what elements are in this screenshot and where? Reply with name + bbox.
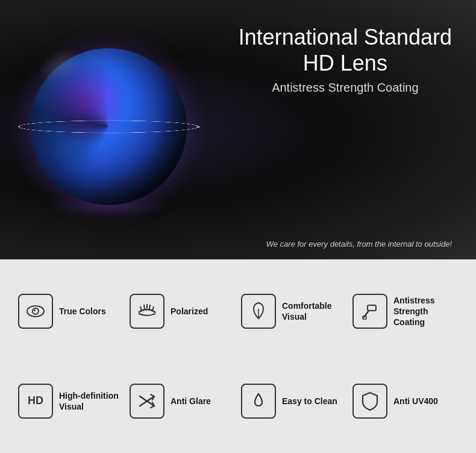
hero-text: International Standard HD Lens Antistres…	[239, 24, 452, 95]
anti-uv400-icon-box	[352, 384, 387, 419]
polarized-icon-box	[130, 294, 164, 329]
features-grid: True Colors Polarized	[18, 271, 458, 441]
tagline: We care for every details, from the inte…	[266, 239, 452, 249]
svg-point-2	[34, 309, 36, 311]
antistress-icon-box	[352, 294, 387, 329]
feature-comfortable: ComfortableVisual	[241, 294, 346, 329]
feature-antistress: AntistressStrengthCoating	[352, 294, 458, 329]
feature-anti-uv400: Anti UV400	[352, 384, 458, 419]
drop-icon	[248, 390, 269, 412]
comfortable-label: ComfortableVisual	[282, 300, 331, 322]
svg-line-4	[144, 305, 145, 309]
anti-glare-icon-box	[130, 384, 164, 419]
feature-polarized: Polarized	[130, 294, 235, 329]
hd-text-icon: HD	[28, 394, 43, 407]
lens-graphic	[12, 18, 205, 235]
antistress-label: AntistressStrengthCoating	[393, 295, 434, 328]
leaf-icon	[248, 300, 269, 322]
feature-true-colors: True Colors	[18, 294, 124, 329]
easy-clean-icon-box	[241, 384, 276, 419]
hero-subtitle: Antistress Strength Coating	[239, 81, 452, 95]
true-colors-label: True Colors	[59, 306, 106, 317]
svg-line-3	[140, 306, 142, 311]
lashes-icon	[136, 300, 158, 322]
true-colors-icon-box	[18, 294, 53, 329]
anti-uv400-label: Anti UV400	[393, 396, 438, 407]
svg-point-1	[33, 308, 39, 314]
hero-title: International Standard HD Lens	[239, 24, 452, 76]
easy-clean-label: Easy to Clean	[282, 396, 337, 407]
hero-section: International Standard HD Lens Antistres…	[0, 0, 476, 259]
svg-rect-9	[368, 305, 376, 311]
feature-easy-clean: Easy to Clean	[241, 384, 346, 419]
shuffle-icon	[136, 390, 158, 412]
hammer-icon	[359, 300, 381, 322]
svg-line-7	[152, 306, 154, 311]
shield-icon	[359, 390, 381, 412]
anti-glare-label: Anti Glare	[171, 396, 211, 407]
hd-label: High-definitionVisual	[59, 390, 119, 412]
feature-hd: HD High-definitionVisual	[18, 384, 124, 419]
orbit-ring	[18, 121, 199, 133]
svg-point-0	[27, 306, 44, 317]
polarized-label: Polarized	[171, 306, 208, 317]
eye-icon	[25, 300, 46, 322]
hd-icon-box: HD	[18, 384, 53, 419]
svg-line-6	[149, 305, 150, 309]
comfortable-icon-box	[241, 294, 276, 329]
features-section: True Colors Polarized	[0, 259, 476, 453]
feature-anti-glare: Anti Glare	[130, 384, 235, 419]
